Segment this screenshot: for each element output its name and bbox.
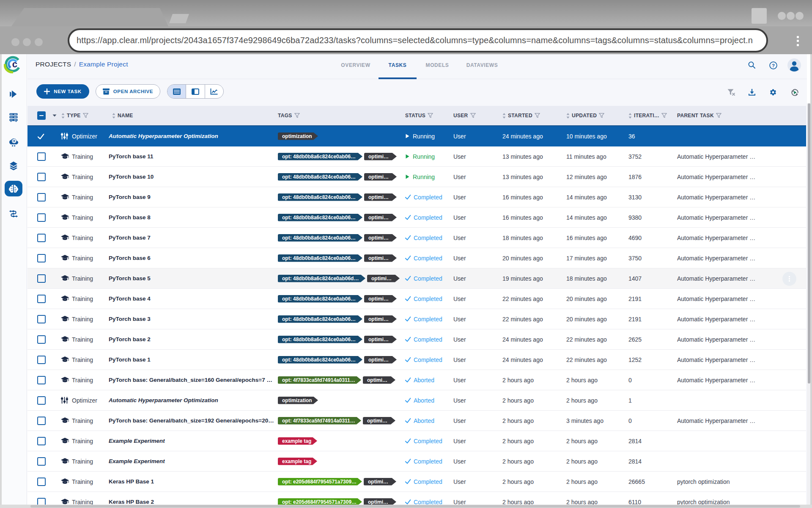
svg-text:c: c <box>12 59 17 69</box>
svg-text:?: ? <box>772 63 775 68</box>
